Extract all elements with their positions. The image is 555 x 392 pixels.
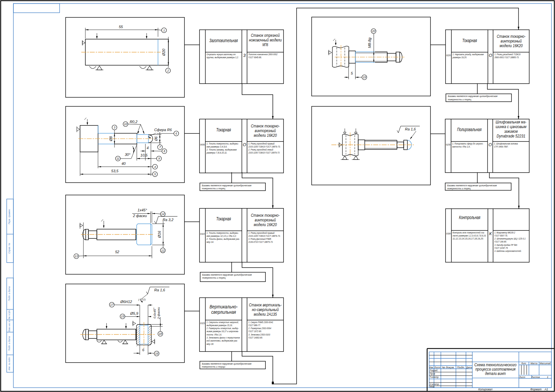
svg-text:Вертикально-: Вертикально- xyxy=(210,304,238,309)
svg-text:10: 10 xyxy=(124,122,127,126)
svg-text:19: 19 xyxy=(363,76,366,79)
svg-text:ГОСТ 1672-80.: ГОСТ 1672-80. xyxy=(248,330,262,333)
svg-text:сверлильная: сверлильная xyxy=(211,309,236,315)
svg-text:Станок токарно-: Станок токарно- xyxy=(497,34,526,39)
svg-text:ватости √Ra 1,6 .: ватости √Ra 1,6 . xyxy=(452,145,471,148)
svg-text:Базами является наружная цилин: Базами является наружная цилиндрическая xyxy=(448,95,498,98)
svg-text:Базами является наружная цилин: Базами является наружная цилиндрическая xyxy=(202,362,252,365)
svg-text:ГОСТ 11097-75: ГОСТ 11097-75 xyxy=(494,247,508,250)
svg-text:53,5: 53,5 xyxy=(111,169,118,173)
svg-text:тость √Ra 1,6.: тость √Ra 1,6. xyxy=(207,333,222,336)
svg-text:ножовочный модели: ножовочный модели xyxy=(249,38,282,42)
svg-text:5: 5 xyxy=(154,173,156,176)
svg-text:О: О xyxy=(488,142,492,147)
svg-text:К: К xyxy=(489,231,492,236)
svg-text:4: 4 xyxy=(147,146,149,150)
svg-text:1. Точить поверхности, выдержи: 1. Точить поверхности, выдержи- xyxy=(207,231,239,234)
svg-text:Станок токарно-: Станок токарно- xyxy=(251,124,280,128)
svg-text:17: 17 xyxy=(110,303,113,306)
svg-text:1. Шлифовальная головка: 1. Шлифовальная головка xyxy=(494,142,518,145)
svg-text:Станок вертикаль-: Станок вертикаль- xyxy=(249,303,282,307)
svg-text:ГОСТ 166-80.: ГОСТ 166-80. xyxy=(494,240,507,243)
svg-text:мер 14.: мер 14. xyxy=(207,240,214,243)
svg-text:Станок отрезной: Станок отрезной xyxy=(251,33,280,38)
svg-text:вая размеры 12,13 и √Ra 3,2.: вая размеры 12,13 и √Ra 3,2. xyxy=(207,234,237,237)
svg-text:Ø6Н12: Ø6Н12 xyxy=(120,300,132,304)
svg-text:015: 015 xyxy=(200,322,205,325)
svg-text:Утв.: Утв. xyxy=(429,386,435,388)
svg-text:Ø16: Ø16 xyxy=(157,230,161,238)
svg-text:18: 18 xyxy=(159,332,162,335)
svg-text:зажимом: зажимом xyxy=(504,129,518,134)
svg-text:Подп. и дата: Подп. и дата xyxy=(8,286,10,301)
svg-text:поверхность и торец: поверхность и торец xyxy=(448,98,471,101)
svg-text:8: 8 xyxy=(164,150,165,153)
svg-text:15: 15 xyxy=(121,315,124,318)
svg-text:Полировальная: Полировальная xyxy=(457,127,482,132)
svg-text:размеры 7,8,9,10,11.: размеры 7,8,9,10,11. xyxy=(206,151,227,154)
svg-text:Листов: Листов xyxy=(531,376,540,378)
svg-text:СТП 3469-7897.: СТП 3469-7897. xyxy=(494,145,508,148)
svg-text:2103-1106 Т15К10 ГОСТ 18879-73: 2103-1106 Т15К10 ГОСТ 18879-73 xyxy=(248,151,280,154)
svg-text:1: 1 xyxy=(163,29,165,32)
svg-text:3. Зенковать фаски с переустан: 3. Зенковать фаски с переустанов- xyxy=(207,336,240,339)
svg-text:1. Полировать сферу до шерохо-: 1. Полировать сферу до шерохо- xyxy=(452,142,483,145)
svg-text:3. Зенковка 2353-0103: 3. Зенковка 2353-0103 xyxy=(248,333,270,336)
svg-text:Базами является наружная цилин: Базами является наружная цилиндрическая xyxy=(202,273,252,276)
svg-text:2. Резец проходной левый: 2. Резец проходной левый xyxy=(248,148,273,151)
svg-text:020: 020 xyxy=(446,54,451,57)
svg-text:5: 5 xyxy=(351,71,353,75)
svg-text:Подп.: Подп. xyxy=(457,366,465,369)
svg-text:ГОСТ 6645-86.: ГОСТ 6645-86. xyxy=(248,56,262,59)
svg-text:Т.контр.: Т.контр. xyxy=(430,376,439,379)
svg-text:2. Развернуть отверстие, выдер: 2. Развернуть отверстие, выдер- xyxy=(206,327,239,330)
svg-text:Справ. №: Справ. № xyxy=(8,243,11,254)
svg-text:2103-1105 Т15К10 ГОСТ 18879-73: 2103-1105 Т15К10 ГОСТ 18879-73. xyxy=(248,234,281,237)
svg-text:модели 16К20: модели 16К20 xyxy=(254,133,277,138)
svg-text:11,12,13,14,15,16,17,18,19,20.: 11,12,13,14,15,16,17,18,19,20. xyxy=(453,237,484,240)
svg-text:1. Резец проходной правый: 1. Резец проходной правый xyxy=(248,231,274,234)
svg-text:2: 2 xyxy=(167,69,169,72)
svg-text:Ra 3,2: Ra 3,2 xyxy=(163,218,173,222)
svg-text:поверхность и торец: поверхность и торец xyxy=(202,276,226,279)
svg-text:прутка, выдерживая размеры 1,2: прутка, выдерживая размеры 1,2. xyxy=(207,56,239,59)
svg-text:3: 3 xyxy=(114,126,115,129)
svg-text:ГОСТ 886-77.: ГОСТ 886-77. xyxy=(248,324,261,327)
svg-text:Контроль всех поверхностей сог: Контроль всех поверхностей сог- xyxy=(453,231,485,234)
svg-text:30°: 30° xyxy=(125,153,131,157)
svg-text:Разраб.: Разраб. xyxy=(430,369,438,372)
svg-text:Базами является наружная цилин: Базами является наружная цилиндрическая xyxy=(447,184,497,187)
svg-text:ласно размерам 1,2,3,4,5,6,7,8: ласно размерам 1,2,3,4,5,6,7,8,9,10, xyxy=(452,234,486,237)
svg-text:ГОСТ 6507-75.: ГОСТ 6507-75. xyxy=(494,234,508,237)
svg-text:поверхность и торец: поверхность и торец xyxy=(202,187,225,190)
svg-text:Ra 1,6: Ra 1,6 xyxy=(154,288,165,292)
svg-text:12: 12 xyxy=(161,249,165,252)
svg-text:Отрезать черную заготовку от: Отрезать черную заготовку от xyxy=(207,53,236,56)
svg-text:3. Калибр-пробка ПР №6: 3. Калибр-пробка ПР №6 xyxy=(494,243,517,247)
svg-text:10,5: 10,5 xyxy=(140,153,148,157)
svg-text:Лист: Лист xyxy=(434,366,441,369)
svg-text:7: 7 xyxy=(159,145,161,149)
svg-text:1. Микрометр МК100-2: 1. Микрометр МК100-2 xyxy=(494,231,515,234)
svg-text:005: 005 xyxy=(200,143,205,146)
svg-text:Ra 1,6: Ra 1,6 xyxy=(405,127,416,131)
svg-text:40: 40 xyxy=(122,162,126,166)
svg-text:винторезный: винторезный xyxy=(501,39,522,43)
svg-text:Базами является наружная цилин: Базами является наружная цилиндрическая xyxy=(202,184,252,187)
svg-text:20: 20 xyxy=(372,29,375,33)
svg-text:модели 2А135: модели 2А135 xyxy=(254,312,277,317)
svg-text:2. Точить канавку, выдерживая: 2. Точить канавку, выдерживая xyxy=(206,148,237,151)
svg-text:(-0,12): (-0,12) xyxy=(138,298,146,301)
svg-text:ГОСТ 14953-80.: ГОСТ 14953-80. xyxy=(248,336,263,339)
svg-text:детали винт: детали винт xyxy=(485,371,506,376)
svg-text:поверхность и торец: поверхность и торец xyxy=(447,187,471,190)
svg-text:Токарная: Токарная xyxy=(462,38,477,43)
svg-text:13: 13 xyxy=(75,255,78,258)
svg-text:3. Резец фасонный Р6М5: 3. Резец фасонный Р6М5 xyxy=(248,237,271,240)
svg-text:9: 9 xyxy=(158,157,160,160)
svg-text:МП6: МП6 xyxy=(262,42,268,47)
svg-text:вая размеры 3,4,5,6.: вая размеры 3,4,5,6. xyxy=(207,145,227,148)
svg-text:Пров: Пров xyxy=(430,373,435,375)
svg-text:живая размеры 16,17 и шерохова: живая размеры 16,17 и шерохова- xyxy=(206,330,239,333)
svg-text:Дата: Дата xyxy=(466,366,472,369)
